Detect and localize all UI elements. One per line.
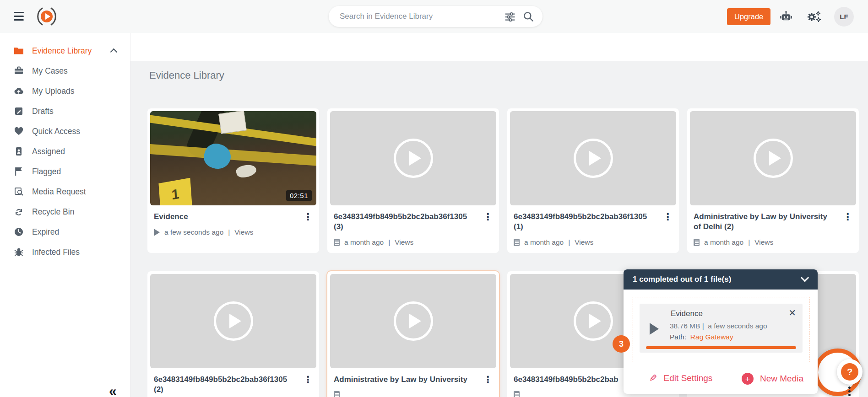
sidebar-item-infected-files[interactable]: Infected Files <box>0 242 130 262</box>
question-mark-icon: ? <box>841 363 858 381</box>
uploaded-file-item[interactable]: Evidence ✕ 38.76 MB | a few seconds ago … <box>640 304 803 353</box>
card-thumbnail[interactable] <box>330 274 496 368</box>
photo-paper <box>218 111 247 134</box>
sidebar-item-flagged[interactable]: Flagged <box>0 161 130 182</box>
card-menu-kebab-icon[interactable]: ⋮ <box>303 375 313 384</box>
play-overlay[interactable] <box>330 274 496 368</box>
search-input[interactable] <box>340 12 498 21</box>
play-overlay[interactable] <box>150 274 316 368</box>
meta-separator: | <box>748 238 750 247</box>
card-caption: 6e3483149fb849b5b2bc2bab36f1305 (3) ⋮ a … <box>327 205 499 247</box>
card-caption: 6e3483149fb849b5b2bc2bab36f1305 (2) ⋮ <box>147 368 319 397</box>
sidebar-item-recycle-bin[interactable]: Recycle Bin <box>0 202 130 222</box>
evidence-card[interactable]: Administrative by Law by University ⋮ <box>327 271 499 397</box>
card-time: a month ago <box>344 238 384 247</box>
upload-progress-bar <box>646 346 796 349</box>
sidebar-item-label: Media Request <box>32 187 86 197</box>
card-thumbnail[interactable] <box>330 111 496 205</box>
hamburger-menu-icon[interactable] <box>14 12 25 21</box>
video-duration-badge: 02:51 <box>286 190 312 201</box>
card-thumbnail[interactable] <box>690 111 856 205</box>
play-overlay[interactable] <box>690 111 856 205</box>
top-bar: Upgrade LF <box>0 0 868 33</box>
evidence-card[interactable]: 6e3483149fb849b5b2bc2bab36f1305 (3) ⋮ a … <box>327 108 499 253</box>
edit-settings-button[interactable]: ✎ Edit Settings <box>649 373 712 384</box>
card-time: a month ago <box>524 238 564 247</box>
sidebar-item-my-cases[interactable]: My Cases <box>0 61 130 81</box>
sidebar-item-media-request[interactable]: Media Request <box>0 182 130 202</box>
collapse-chevron-icon[interactable] <box>801 274 809 282</box>
play-overlay[interactable] <box>510 111 676 205</box>
photo-evidence-item <box>235 163 258 179</box>
user-avatar[interactable]: LF <box>834 7 854 27</box>
file-path-link[interactable]: Rag Gateway <box>690 333 733 341</box>
plus-circle-icon: + <box>742 373 754 385</box>
pencil-icon: ✎ <box>649 373 657 384</box>
help-button[interactable]: ? <box>837 359 863 385</box>
card-views-link[interactable]: Views <box>395 238 413 247</box>
heart-icon <box>14 126 24 136</box>
chevron-up-icon[interactable] <box>110 48 118 55</box>
sidebar-item-expired[interactable]: Expired <box>0 222 130 242</box>
card-thumbnail[interactable] <box>510 111 676 205</box>
evidence-card[interactable]: 6e3483149fb849b5b2bc2bab36f1305 (1) ⋮ a … <box>507 108 679 253</box>
card-menu-kebab-icon[interactable]: ⋮ <box>483 375 493 384</box>
new-media-button[interactable]: + New Media <box>742 373 803 385</box>
chatbot-icon[interactable] <box>780 10 792 23</box>
card-menu-kebab-icon[interactable]: ⋮ <box>843 212 852 221</box>
evidence-marker: 1 <box>158 178 192 205</box>
recycle-icon <box>14 207 24 217</box>
draft-pencil-icon <box>14 106 24 116</box>
document-type-icon <box>514 239 520 246</box>
sidebar-item-label: Recycle Bin <box>32 207 74 217</box>
caution-tape <box>150 143 316 168</box>
file-path: Path: Rag Gateway <box>670 333 733 341</box>
card-thumbnail[interactable] <box>150 274 316 368</box>
sidebar-item-label: Assigned <box>32 147 65 156</box>
flag-icon <box>14 166 24 177</box>
file-play-icon <box>650 323 659 335</box>
page-title: Evidence Library <box>149 70 224 81</box>
card-meta: a month ago | Views <box>694 238 851 247</box>
card-thumbnail[interactable]: 102:51 <box>150 111 316 205</box>
sidebar-item-evidence-library[interactable]: Evidence Library <box>0 41 130 61</box>
upload-count-badge[interactable]: 3 <box>613 335 630 353</box>
card-views-link[interactable]: Views <box>234 228 253 236</box>
search-icon[interactable] <box>522 11 534 22</box>
document-type-icon <box>514 391 520 397</box>
sidebar-item-my-uploads[interactable]: My Uploads <box>0 81 130 101</box>
sidebar-collapse-button[interactable]: « <box>109 384 117 397</box>
help-dot <box>848 386 851 389</box>
settings-gears-icon[interactable] <box>807 10 821 23</box>
sidebar-item-label: Flagged <box>32 167 61 177</box>
play-circle-icon <box>754 139 793 178</box>
sidebar-item-drafts[interactable]: Drafts <box>0 101 130 121</box>
cloud-upload-icon <box>14 86 24 96</box>
evidence-card[interactable]: Administrative by Law by University of D… <box>687 108 859 253</box>
file-close-icon[interactable]: ✕ <box>788 307 796 318</box>
upgrade-button[interactable]: Upgrade <box>727 8 770 25</box>
card-title: 6e3483149fb849b5b2bc2bab36f1305 (2) <box>154 375 291 395</box>
upload-panel-header-text: 1 completed out of 1 file(s) <box>633 275 731 284</box>
evidence-card[interactable]: 102:51 Evidence ⋮ a few seconds ago | Vi… <box>147 108 319 253</box>
play-overlay[interactable] <box>330 111 496 205</box>
play-circle-icon <box>214 301 253 341</box>
card-title: Administrative by Law by University <box>334 375 471 385</box>
help-dot <box>848 390 851 392</box>
card-views-link[interactable]: Views <box>754 238 773 247</box>
card-menu-kebab-icon[interactable]: ⋮ <box>483 212 493 221</box>
card-menu-kebab-icon[interactable]: ⋮ <box>663 212 673 221</box>
upload-panel-header[interactable]: 1 completed out of 1 file(s) <box>624 269 818 290</box>
card-views-link[interactable]: Views <box>575 238 593 247</box>
evidence-card[interactable]: 6e3483149fb849b5b2bc2bab36f1305 (2) ⋮ <box>147 271 319 397</box>
sidebar-item-label: Evidence Library <box>32 46 92 56</box>
content-toolbar <box>130 33 868 61</box>
advanced-filter-icon[interactable] <box>504 11 516 22</box>
video-type-icon <box>154 229 160 236</box>
play-circle-icon <box>574 139 613 178</box>
card-menu-kebab-icon[interactable]: ⋮ <box>303 212 313 221</box>
sidebar-item-quick-access[interactable]: Quick Access <box>0 121 130 141</box>
sidebar-item-assigned[interactable]: Assigned <box>0 141 130 161</box>
vidizmo-logo[interactable] <box>36 5 58 27</box>
meta-separator: | <box>568 238 570 247</box>
